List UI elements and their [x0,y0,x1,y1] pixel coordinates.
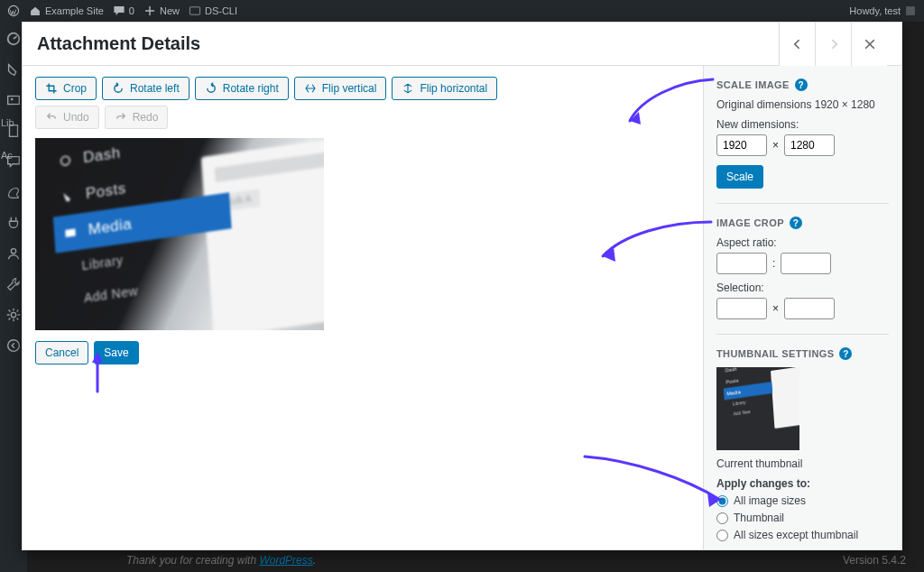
crop-heading: Image Crop [716,217,784,228]
dashboard-icon[interactable] [5,31,22,47]
scale-height-input[interactable] [784,134,835,156]
undo-icon [45,111,58,124]
help-icon[interactable]: ? [795,78,808,91]
sidebar-truncated-library: Lib [1,117,14,128]
scale-width-input[interactable] [716,134,767,156]
selection-height-input[interactable] [784,298,835,319]
svg-point-9 [8,340,20,352]
appearance-icon[interactable] [5,184,22,200]
crop-label: Crop [63,82,87,95]
apply-all-label: All image sizes [734,494,806,507]
rotate-left-label: Rotate left [130,82,180,95]
svg-point-10 [60,156,69,166]
modal-nav [779,23,887,66]
thumbnail-preview: Dash Posts Media Library Add New [716,367,799,450]
comments-count: 0 [129,5,134,16]
svg-point-8 [11,312,15,317]
rotate-left-button[interactable]: Rotate left [102,77,189,100]
close-icon [863,37,877,51]
apply-changes-label: Apply changes to: [716,477,889,490]
comments-link[interactable]: 0 [113,5,134,17]
modal-header: Attachment Details [23,23,901,66]
close-modal-button[interactable] [851,23,887,66]
svg-point-7 [11,249,15,254]
chevron-left-icon [790,37,805,51]
dscli-label: DS-CLI [205,5,237,16]
rotate-right-icon [205,82,217,95]
image-crop-section: Image Crop ? Aspect ratio: : Selection: … [716,217,889,335]
wp-footer: Thank you for creating with WordPress. [126,554,316,567]
svg-rect-11 [65,228,76,237]
save-button[interactable]: Save [94,341,138,364]
flip-horizontal-button[interactable]: Flip horizontal [392,77,497,100]
crop-icon [45,82,58,95]
svg-rect-2 [906,6,915,15]
settings-icon[interactable] [5,307,22,323]
redo-label: Redo [133,111,159,124]
collapse-icon[interactable] [5,337,22,354]
svg-rect-1 [189,7,199,14]
howdy-user[interactable]: Howdy, test [849,5,917,17]
tools-icon[interactable] [5,276,22,292]
site-home-link[interactable]: Example Site [29,5,104,17]
times-symbol: × [772,302,779,315]
apply-except-option[interactable]: All sizes except thumbnail [716,529,889,541]
flip-vertical-icon [304,82,317,95]
chevron-right-icon [827,37,841,51]
footer-wp-link[interactable]: WordPress [259,554,312,567]
crop-button[interactable]: Crop [35,77,97,100]
aspect-ratio-label: Aspect ratio: [716,236,889,249]
cancel-button[interactable]: Cancel [35,341,88,364]
selection-width-input[interactable] [716,298,767,319]
media-icon[interactable] [5,92,22,108]
dscli-link[interactable]: DS-CLI [189,5,237,17]
new-content-link[interactable]: New [143,5,180,17]
new-dimensions-label: New dimensions: [716,118,889,131]
footer-thanks: Thank you for creating with [126,554,259,567]
image-edit-toolbar: Crop Rotate left Rotate right Flip verti… [35,77,690,100]
original-dimensions-label: Original dimensions 1920 × 1280 [716,98,889,111]
flip-horizontal-label: Flip horizontal [420,82,487,95]
redo-button: Redo [105,106,169,129]
help-icon[interactable]: ? [839,347,852,360]
wp-admin-bar: Example Site 0 New DS-CLI Howdy, test [0,0,924,22]
undo-label: Undo [63,111,89,124]
scale-button-label: Scale [726,171,753,183]
aspect-width-input[interactable] [716,253,767,274]
apply-thumb-radio[interactable] [716,512,728,524]
thumbnail-settings-section: Thumbnail Settings ? Dash Posts Media Li… [716,347,889,549]
plugins-icon[interactable] [5,215,22,231]
apply-except-label: All sizes except thumbnail [734,529,858,541]
scale-image-section: Scale Image ? Original dimensions 1920 ×… [716,78,889,204]
apply-all-radio[interactable] [716,495,728,507]
redo-icon [115,111,127,124]
site-name-label: Example Site [45,5,104,16]
times-symbol: × [772,139,779,152]
side-pane: Scale Image ? Original dimensions 1920 ×… [703,66,901,549]
wp-logo-icon[interactable] [7,5,20,17]
undo-button: Undo [35,106,99,129]
flip-vertical-button[interactable]: Flip vertical [294,77,387,100]
wp-version: Version 5.4.2 [843,554,906,567]
apply-thumb-option[interactable]: Thumbnail [716,512,889,524]
attachment-details-modal: Attachment Details Crop Rotate left R [22,22,902,550]
rotate-left-icon [112,82,125,95]
users-icon[interactable] [5,245,22,262]
apply-thumb-label: Thumbnail [734,512,784,524]
image-preview[interactable]: Bulk A Dash Posts Media Library Add New [35,138,324,330]
cancel-label: Cancel [45,346,79,359]
new-label: New [160,5,180,16]
save-label: Save [104,346,128,359]
aspect-height-input[interactable] [781,253,831,274]
selection-label: Selection: [716,281,889,294]
rotate-right-button[interactable]: Rotate right [195,77,289,100]
thumb-heading: Thumbnail Settings [716,348,834,359]
scale-button[interactable]: Scale [716,165,763,189]
apply-all-option[interactable]: All image sizes [716,494,889,507]
prev-attachment-button[interactable] [779,23,815,66]
apply-except-radio[interactable] [716,530,728,541]
help-icon[interactable]: ? [790,217,802,229]
colon-symbol: : [772,257,775,270]
next-attachment-button [815,23,851,66]
posts-icon[interactable] [5,61,22,78]
